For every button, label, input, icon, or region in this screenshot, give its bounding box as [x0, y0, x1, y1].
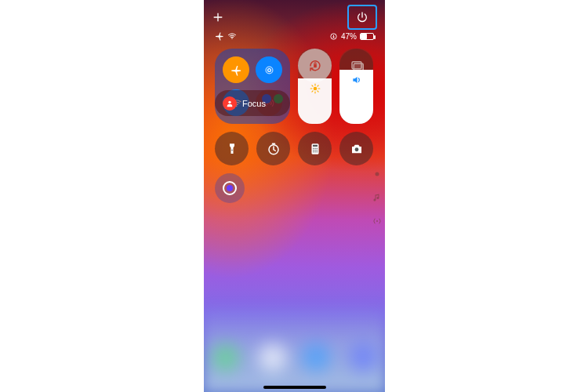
focus-button[interactable]: Focus — [215, 90, 290, 116]
person-icon — [226, 100, 234, 107]
airplane-mode-toggle[interactable] — [223, 56, 249, 83]
calculator-button[interactable] — [298, 132, 332, 165]
svg-point-26 — [376, 172, 379, 176]
edge-music-indicator — [372, 191, 382, 201]
svg-point-20 — [314, 149, 316, 151]
music-note-icon — [372, 193, 382, 202]
battery-icon — [360, 33, 374, 40]
speaker-icon — [351, 74, 362, 85]
svg-rect-2 — [333, 36, 335, 38]
airplane-icon — [215, 31, 224, 41]
sun-icon — [310, 83, 321, 94]
control-center-screen: 47% — [204, 0, 385, 392]
broadcast-icon — [372, 216, 382, 226]
power-icon — [356, 11, 368, 24]
svg-point-16 — [313, 147, 314, 149]
svg-point-11 — [313, 87, 317, 91]
volume-slider[interactable] — [339, 49, 373, 124]
focus-label: Focus — [242, 99, 266, 108]
add-control-button[interactable] — [212, 11, 224, 24]
focus-mode-icon-wrap — [223, 96, 237, 111]
airdrop-icon — [263, 64, 275, 76]
svg-point-10 — [228, 100, 230, 103]
svg-rect-15 — [313, 144, 318, 146]
timer-icon — [267, 142, 281, 156]
timer-button[interactable] — [256, 132, 290, 165]
svg-point-3 — [267, 68, 270, 71]
calculator-icon — [308, 142, 322, 156]
svg-point-4 — [266, 67, 273, 74]
camera-icon — [350, 142, 364, 156]
svg-point-18 — [316, 147, 318, 149]
svg-point-21 — [316, 149, 318, 151]
edge-indicator-column — [372, 168, 382, 224]
status-bar: 47% — [204, 31, 385, 41]
svg-point-22 — [313, 151, 314, 153]
record-icon — [223, 181, 237, 195]
svg-point-12 — [231, 149, 233, 151]
wifi-icon — [227, 31, 237, 41]
airdrop-toggle[interactable] — [256, 56, 282, 83]
power-button[interactable] — [347, 5, 377, 30]
home-indicator[interactable] — [263, 386, 326, 389]
svg-point-0 — [231, 38, 233, 39]
svg-point-24 — [316, 151, 318, 153]
svg-point-17 — [314, 147, 316, 149]
flashlight-button[interactable] — [215, 132, 249, 165]
camera-button[interactable] — [339, 132, 373, 165]
battery-percent-label: 47% — [341, 32, 357, 41]
dot-icon — [372, 169, 382, 179]
controls-grid: Focus — [215, 49, 374, 211]
svg-point-19 — [313, 149, 314, 151]
edge-podcast-indicator — [372, 215, 382, 224]
screen-record-button[interactable] — [215, 173, 245, 203]
airplane-icon — [230, 64, 242, 76]
edge-dot-indicator — [372, 168, 382, 177]
svg-point-23 — [314, 151, 316, 153]
svg-point-25 — [354, 147, 358, 151]
flashlight-icon — [225, 142, 239, 156]
orientation-lock-icon — [329, 32, 338, 41]
brightness-slider[interactable] — [298, 49, 332, 124]
plus-icon — [212, 11, 224, 24]
top-bar — [204, 5, 385, 30]
svg-point-27 — [376, 220, 378, 222]
